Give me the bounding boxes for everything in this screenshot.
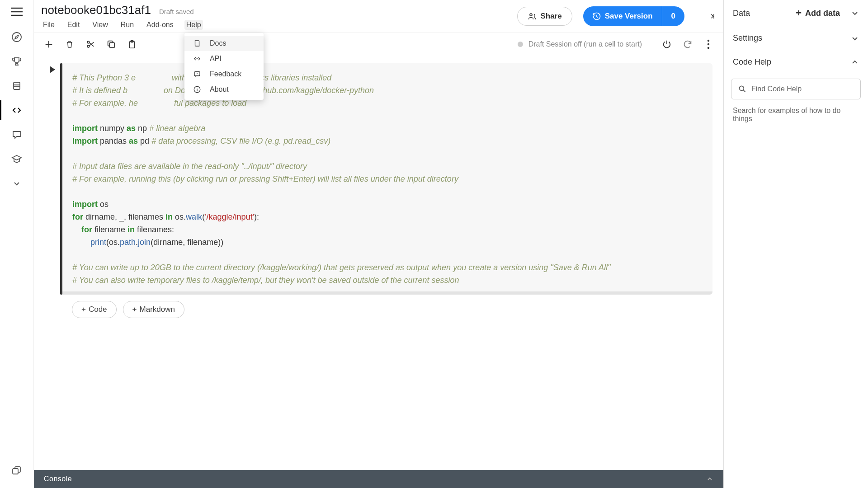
code-cell: # This Python 3 e with many helpful anal… <box>45 63 712 295</box>
console-label: Console <box>44 475 72 483</box>
svg-point-4 <box>87 45 90 47</box>
right-panel: Data + Add data Settings Code Help Find … <box>723 0 868 488</box>
plus-icon: + <box>132 305 137 314</box>
trophy-icon[interactable] <box>10 55 23 68</box>
compass-icon[interactable] <box>10 31 23 43</box>
add-markdown-button[interactable]: +Markdown <box>123 301 184 318</box>
add-cell-icon[interactable] <box>41 37 57 52</box>
people-icon <box>528 12 537 21</box>
menu-help[interactable]: Help <box>184 20 203 30</box>
power-icon[interactable] <box>659 37 675 52</box>
header: notebooke01bc31af1 Draft saved File Edit… <box>34 0 723 33</box>
left-nav <box>0 0 34 488</box>
code-help-search[interactable]: Find Code Help <box>731 79 861 99</box>
save-version-group: Save Version 0 <box>583 6 684 26</box>
menu-view[interactable]: View <box>90 20 109 30</box>
history-icon <box>592 12 601 21</box>
code-help-section[interactable]: Code Help <box>724 50 868 74</box>
help-feedback[interactable]: Feedback <box>184 66 264 82</box>
settings-section[interactable]: Settings <box>724 26 868 50</box>
help-docs[interactable]: Docs <box>184 36 264 51</box>
draft-status: Draft saved <box>159 8 194 15</box>
share-button[interactable]: Share <box>517 7 572 26</box>
hamburger-icon[interactable] <box>8 5 25 19</box>
svg-point-11 <box>708 47 709 48</box>
search-icon <box>738 84 747 94</box>
menu-edit[interactable]: Edit <box>66 20 82 30</box>
data-label: Data <box>733 9 750 18</box>
svg-point-5 <box>87 41 90 43</box>
plus-icon: + <box>796 7 802 19</box>
restart-icon[interactable] <box>680 37 695 52</box>
run-cell-button[interactable] <box>50 66 55 73</box>
collapse-panel-icon[interactable] <box>700 8 716 24</box>
version-count[interactable]: 0 <box>662 6 684 26</box>
svg-rect-6 <box>109 42 114 47</box>
chevron-down-icon <box>851 34 859 42</box>
api-icon <box>193 55 202 63</box>
menu-run[interactable]: Run <box>119 20 136 30</box>
more-icon[interactable] <box>701 37 716 52</box>
delete-cell-icon[interactable] <box>62 37 77 52</box>
console-bar[interactable]: Console <box>34 470 723 488</box>
comment-icon[interactable] <box>10 128 23 141</box>
add-markdown-label: Markdown <box>140 305 175 314</box>
cut-icon[interactable] <box>83 37 98 52</box>
svg-rect-1 <box>14 82 20 89</box>
settings-label: Settings <box>733 33 762 43</box>
console-expand-icon[interactable] <box>706 475 713 483</box>
info-icon <box>193 85 202 94</box>
svg-point-9 <box>708 39 709 41</box>
help-api[interactable]: API <box>184 51 264 66</box>
editor-area: # This Python 3 e with many helpful anal… <box>34 55 723 470</box>
copy-icon[interactable] <box>104 37 119 52</box>
help-api-label: API <box>210 55 222 63</box>
svg-point-14 <box>739 86 744 90</box>
plus-icon: + <box>81 305 86 314</box>
add-data-label: Add data <box>805 9 840 18</box>
paste-icon[interactable] <box>124 37 140 52</box>
search-placeholder: Find Code Help <box>751 85 802 93</box>
code-icon[interactable] <box>10 104 23 117</box>
svg-point-10 <box>708 43 709 45</box>
help-about[interactable]: About <box>184 82 264 97</box>
save-version-label: Save Version <box>605 12 653 21</box>
svg-rect-2 <box>13 469 18 474</box>
feedback-icon <box>193 70 202 78</box>
toolbar: ode Draft Session off (run a cell to sta… <box>34 33 723 55</box>
help-docs-label: Docs <box>210 39 226 47</box>
help-dropdown: Docs API Feedback About <box>184 33 264 100</box>
menu-bar: File Edit View Run Add-ons Help <box>41 18 203 30</box>
chevron-down-icon[interactable] <box>10 177 23 190</box>
svg-point-0 <box>12 33 21 42</box>
share-label: Share <box>540 12 561 21</box>
chevron-down-icon[interactable] <box>851 9 859 17</box>
session-status-text: Draft Session off (run a cell to start) <box>528 40 642 48</box>
code-help-hint: Search for examples of how to do things <box>724 104 868 123</box>
menu-addons[interactable]: Add-ons <box>145 20 175 30</box>
main-area: notebooke01bc31af1 Draft saved File Edit… <box>34 0 723 488</box>
add-data-button[interactable]: + Add data <box>796 7 840 19</box>
code-editor[interactable]: # This Python 3 e with many helpful anal… <box>62 63 712 295</box>
graduation-icon[interactable] <box>10 153 23 165</box>
add-code-label: Code <box>89 305 107 314</box>
windows-icon[interactable] <box>10 465 23 477</box>
chevron-up-icon <box>851 58 859 66</box>
menu-file[interactable]: File <box>41 20 57 30</box>
help-about-label: About <box>210 85 229 94</box>
save-version-button[interactable]: Save Version <box>583 6 662 26</box>
notebook-title[interactable]: notebooke01bc31af1 <box>41 3 151 17</box>
book-icon <box>193 39 202 47</box>
data-section: Data + Add data <box>724 0 868 26</box>
add-cell-row: +Code +Markdown <box>72 301 712 318</box>
database-icon[interactable] <box>10 80 23 92</box>
code-help-label: Code Help <box>733 57 771 67</box>
add-code-button[interactable]: +Code <box>72 301 117 318</box>
session-status-dot <box>518 42 523 47</box>
help-feedback-label: Feedback <box>210 70 241 78</box>
svg-point-3 <box>530 14 532 16</box>
